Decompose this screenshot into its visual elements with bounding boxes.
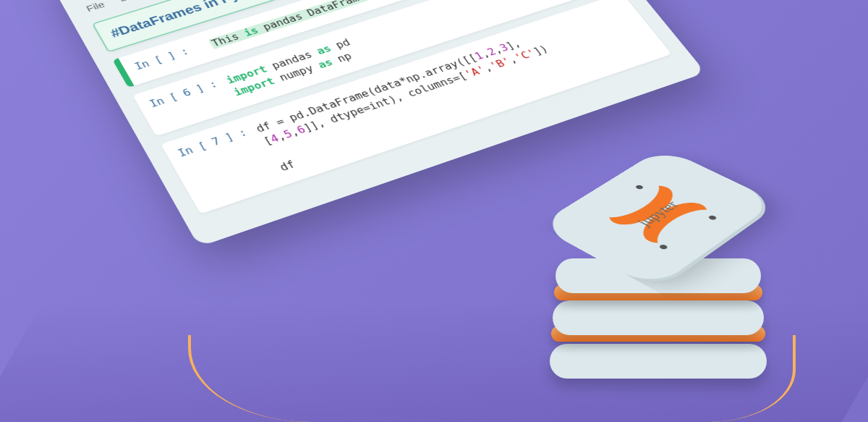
cable <box>188 335 434 422</box>
cell-prompt: In [ ] : <box>133 42 204 72</box>
cell-prompt: In [ 7 ] : <box>176 127 249 159</box>
stack-layer <box>550 344 767 379</box>
menu-file[interactable]: File <box>84 0 106 14</box>
server-stack: jupyter <box>528 141 788 387</box>
stack-layer <box>553 300 764 335</box>
menu-edit[interactable]: Edit <box>117 0 140 4</box>
cell-prompt: In [ 6 ] : <box>148 78 219 109</box>
jupyter-icon: jupyter <box>597 180 720 250</box>
